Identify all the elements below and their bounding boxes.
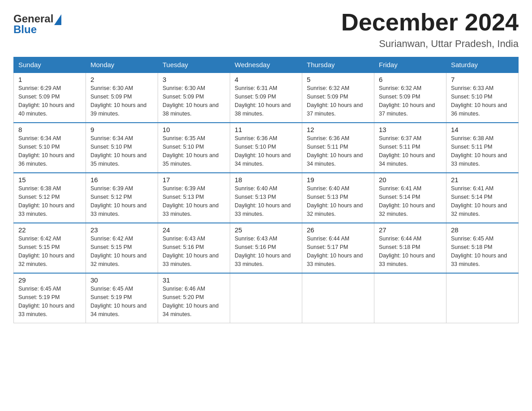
day-info: Sunrise: 6:38 AMSunset: 5:11 PMDaylight:…: [451, 134, 514, 168]
day-cell-24: 24Sunrise: 6:43 AMSunset: 5:16 PMDayligh…: [158, 223, 230, 273]
day-info: Sunrise: 6:41 AMSunset: 5:14 PMDaylight:…: [379, 184, 442, 218]
page-header: General Blue December 2024 Surianwan, Ut…: [13, 9, 519, 50]
day-info: Sunrise: 6:30 AMSunset: 5:09 PMDaylight:…: [90, 84, 153, 118]
weekday-header-tuesday: Tuesday: [158, 57, 230, 73]
day-number: 24: [163, 226, 225, 234]
day-cell-17: 17Sunrise: 6:39 AMSunset: 5:13 PMDayligh…: [158, 173, 230, 223]
weekday-header-thursday: Thursday: [302, 57, 374, 73]
day-number: 4: [235, 76, 297, 83]
day-cell-30: 30Sunrise: 6:45 AMSunset: 5:19 PMDayligh…: [86, 273, 158, 323]
logo: General Blue: [13, 13, 61, 36]
day-cell-10: 10Sunrise: 6:35 AMSunset: 5:10 PMDayligh…: [158, 123, 230, 173]
day-cell-21: 21Sunrise: 6:41 AMSunset: 5:14 PMDayligh…: [446, 173, 519, 223]
empty-cell: [446, 273, 519, 323]
day-info: Sunrise: 6:30 AMSunset: 5:09 PMDaylight:…: [163, 84, 225, 118]
weekday-header-friday: Friday: [374, 57, 446, 73]
day-cell-8: 8Sunrise: 6:34 AMSunset: 5:10 PMDaylight…: [14, 123, 86, 173]
day-info: Sunrise: 6:34 AMSunset: 5:10 PMDaylight:…: [18, 134, 81, 168]
day-number: 9: [90, 126, 153, 133]
day-number: 6: [379, 76, 442, 83]
day-number: 5: [307, 76, 369, 83]
day-number: 10: [163, 126, 225, 133]
day-info: Sunrise: 6:44 AMSunset: 5:17 PMDaylight:…: [307, 235, 369, 268]
day-info: Sunrise: 6:45 AMSunset: 5:18 PMDaylight:…: [451, 235, 514, 268]
day-cell-20: 20Sunrise: 6:41 AMSunset: 5:14 PMDayligh…: [374, 173, 446, 223]
week-row-3: 15Sunrise: 6:38 AMSunset: 5:12 PMDayligh…: [14, 173, 519, 223]
calendar-subtitle: Surianwan, Uttar Pradesh, India: [341, 38, 519, 50]
day-number: 8: [18, 126, 81, 133]
week-row-5: 29Sunrise: 6:45 AMSunset: 5:19 PMDayligh…: [14, 273, 519, 323]
day-cell-26: 26Sunrise: 6:44 AMSunset: 5:17 PMDayligh…: [302, 223, 374, 273]
day-number: 26: [307, 226, 369, 234]
title-block: December 2024 Surianwan, Uttar Pradesh, …: [341, 9, 519, 50]
day-cell-6: 6Sunrise: 6:32 AMSunset: 5:09 PMDaylight…: [374, 73, 446, 123]
day-cell-1: 1Sunrise: 6:29 AMSunset: 5:09 PMDaylight…: [14, 73, 86, 123]
day-number: 2: [90, 76, 153, 83]
day-cell-5: 5Sunrise: 6:32 AMSunset: 5:09 PMDaylight…: [302, 73, 374, 123]
day-info: Sunrise: 6:33 AMSunset: 5:10 PMDaylight:…: [451, 84, 514, 118]
day-info: Sunrise: 6:44 AMSunset: 5:18 PMDaylight:…: [379, 235, 442, 268]
day-number: 11: [235, 126, 297, 133]
day-number: 22: [18, 226, 81, 234]
day-info: Sunrise: 6:40 AMSunset: 5:13 PMDaylight:…: [235, 184, 297, 218]
day-number: 31: [163, 276, 225, 284]
day-number: 16: [90, 176, 153, 184]
weekday-header-monday: Monday: [86, 57, 158, 73]
day-info: Sunrise: 6:43 AMSunset: 5:16 PMDaylight:…: [163, 235, 225, 268]
day-cell-11: 11Sunrise: 6:36 AMSunset: 5:10 PMDayligh…: [230, 123, 302, 173]
day-number: 23: [90, 226, 153, 234]
day-info: Sunrise: 6:46 AMSunset: 5:20 PMDaylight:…: [163, 285, 225, 318]
day-number: 17: [163, 176, 225, 184]
logo-triangle-icon: [54, 14, 61, 25]
day-cell-27: 27Sunrise: 6:44 AMSunset: 5:18 PMDayligh…: [374, 223, 446, 273]
day-cell-23: 23Sunrise: 6:42 AMSunset: 5:15 PMDayligh…: [86, 223, 158, 273]
day-number: 7: [451, 76, 514, 83]
day-info: Sunrise: 6:39 AMSunset: 5:12 PMDaylight:…: [90, 184, 153, 218]
day-number: 25: [235, 226, 297, 234]
day-cell-13: 13Sunrise: 6:37 AMSunset: 5:11 PMDayligh…: [374, 123, 446, 173]
day-info: Sunrise: 6:41 AMSunset: 5:14 PMDaylight:…: [451, 184, 514, 218]
weekday-header-wednesday: Wednesday: [230, 57, 302, 73]
day-number: 14: [451, 126, 514, 133]
day-info: Sunrise: 6:45 AMSunset: 5:19 PMDaylight:…: [90, 285, 153, 318]
day-cell-22: 22Sunrise: 6:42 AMSunset: 5:15 PMDayligh…: [14, 223, 86, 273]
calendar-title: December 2024: [341, 9, 519, 35]
day-info: Sunrise: 6:36 AMSunset: 5:10 PMDaylight:…: [235, 134, 297, 168]
day-cell-31: 31Sunrise: 6:46 AMSunset: 5:20 PMDayligh…: [158, 273, 230, 323]
day-cell-28: 28Sunrise: 6:45 AMSunset: 5:18 PMDayligh…: [446, 223, 519, 273]
day-number: 18: [235, 176, 297, 184]
day-cell-15: 15Sunrise: 6:38 AMSunset: 5:12 PMDayligh…: [14, 173, 86, 223]
day-cell-19: 19Sunrise: 6:40 AMSunset: 5:13 PMDayligh…: [302, 173, 374, 223]
day-number: 13: [379, 126, 442, 133]
logo-text-blue: Blue: [13, 23, 37, 36]
day-cell-3: 3Sunrise: 6:30 AMSunset: 5:09 PMDaylight…: [158, 73, 230, 123]
day-info: Sunrise: 6:29 AMSunset: 5:09 PMDaylight:…: [18, 84, 81, 118]
day-number: 29: [18, 276, 81, 284]
day-info: Sunrise: 6:35 AMSunset: 5:10 PMDaylight:…: [163, 134, 225, 168]
day-cell-7: 7Sunrise: 6:33 AMSunset: 5:10 PMDaylight…: [446, 73, 519, 123]
day-cell-12: 12Sunrise: 6:36 AMSunset: 5:11 PMDayligh…: [302, 123, 374, 173]
week-row-2: 8Sunrise: 6:34 AMSunset: 5:10 PMDaylight…: [14, 123, 519, 173]
calendar-table: SundayMondayTuesdayWednesdayThursdayFrid…: [13, 57, 519, 323]
day-info: Sunrise: 6:42 AMSunset: 5:15 PMDaylight:…: [90, 235, 153, 268]
day-number: 3: [163, 76, 225, 83]
day-info: Sunrise: 6:40 AMSunset: 5:13 PMDaylight:…: [307, 184, 369, 218]
day-number: 27: [379, 226, 442, 234]
day-number: 20: [379, 176, 442, 184]
day-cell-29: 29Sunrise: 6:45 AMSunset: 5:19 PMDayligh…: [14, 273, 86, 323]
day-number: 15: [18, 176, 81, 184]
day-info: Sunrise: 6:32 AMSunset: 5:09 PMDaylight:…: [379, 84, 442, 118]
day-number: 1: [18, 76, 81, 83]
empty-cell: [374, 273, 446, 323]
day-cell-16: 16Sunrise: 6:39 AMSunset: 5:12 PMDayligh…: [86, 173, 158, 223]
day-info: Sunrise: 6:45 AMSunset: 5:19 PMDaylight:…: [18, 285, 81, 318]
day-cell-2: 2Sunrise: 6:30 AMSunset: 5:09 PMDaylight…: [86, 73, 158, 123]
day-number: 28: [451, 226, 514, 234]
weekday-header-sunday: Sunday: [14, 57, 86, 73]
day-info: Sunrise: 6:32 AMSunset: 5:09 PMDaylight:…: [307, 84, 369, 118]
day-cell-25: 25Sunrise: 6:43 AMSunset: 5:16 PMDayligh…: [230, 223, 302, 273]
day-cell-9: 9Sunrise: 6:34 AMSunset: 5:10 PMDaylight…: [86, 123, 158, 173]
day-number: 12: [307, 126, 369, 133]
empty-cell: [302, 273, 374, 323]
day-info: Sunrise: 6:39 AMSunset: 5:13 PMDaylight:…: [163, 184, 225, 218]
